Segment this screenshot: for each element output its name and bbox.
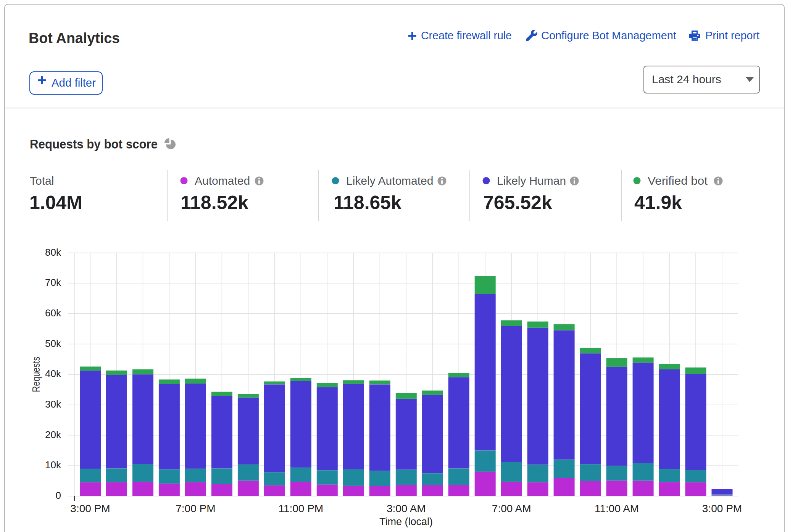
svg-text:70k: 70k — [45, 277, 61, 288]
svg-text:118.52k: 118.52k — [181, 192, 248, 213]
svg-text:Total: Total — [30, 174, 54, 187]
svg-text:Last 24 hours: Last 24 hours — [652, 73, 721, 85]
svg-text:3:00 AM: 3:00 AM — [387, 503, 426, 514]
svg-text:Print report: Print report — [705, 29, 760, 42]
svg-text:Automated: Automated — [195, 174, 250, 187]
svg-text:1.04M: 1.04M — [29, 192, 82, 213]
svg-text:Requests: Requests — [31, 357, 42, 392]
svg-text:Likely Human: Likely Human — [497, 174, 566, 187]
svg-text:Bot Analytics: Bot Analytics — [29, 30, 120, 46]
svg-text:118.65k: 118.65k — [334, 192, 401, 213]
svg-text:Likely Automated: Likely Automated — [346, 174, 433, 187]
svg-text:765.52k: 765.52k — [483, 192, 552, 213]
svg-text:7:00 AM: 7:00 AM — [492, 503, 531, 514]
svg-text:40k: 40k — [45, 368, 61, 379]
svg-text:Add filter: Add filter — [52, 76, 96, 89]
svg-text:30k: 30k — [45, 398, 61, 410]
svg-text:3:00 PM: 3:00 PM — [70, 503, 110, 514]
svg-text:3:00 PM: 3:00 PM — [702, 503, 742, 514]
svg-text:10k: 10k — [45, 459, 61, 471]
svg-text:60k: 60k — [45, 307, 61, 319]
svg-text:11:00 AM: 11:00 AM — [595, 503, 639, 514]
svg-text:50k: 50k — [45, 338, 61, 349]
svg-text:20k: 20k — [45, 429, 61, 440]
svg-text:0: 0 — [56, 490, 61, 501]
svg-text:Configure Bot Management: Configure Bot Management — [541, 29, 677, 42]
svg-text:Create firewall rule: Create firewall rule — [421, 29, 512, 42]
svg-text:Requests by bot score: Requests by bot score — [30, 137, 158, 151]
svg-text:41.9k: 41.9k — [634, 192, 682, 213]
svg-text:Verified bot: Verified bot — [648, 174, 708, 187]
svg-text:7:00 PM: 7:00 PM — [176, 503, 215, 514]
svg-text:80k: 80k — [45, 247, 61, 258]
svg-text:11:00 PM: 11:00 PM — [278, 503, 323, 514]
svg-text:Time (local): Time (local) — [379, 516, 433, 527]
